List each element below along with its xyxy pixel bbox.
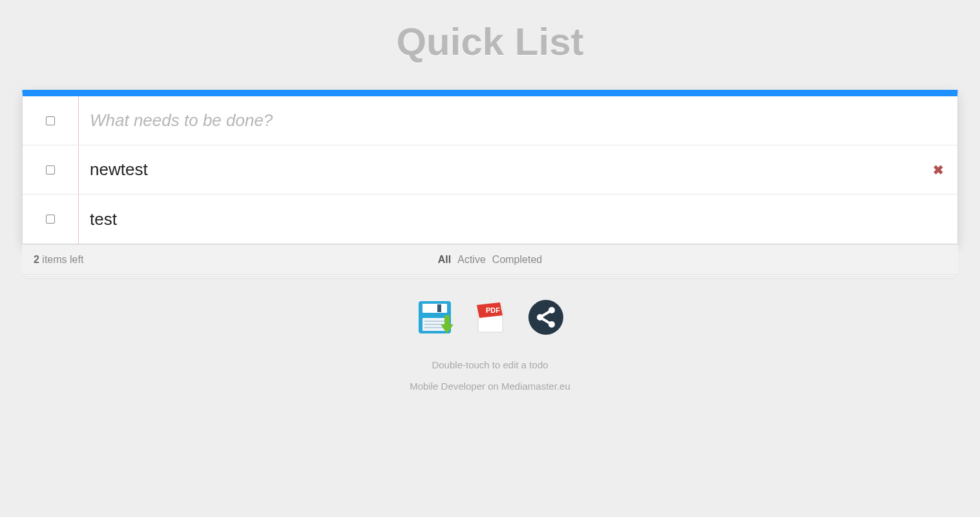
- close-icon: ✖: [933, 162, 944, 178]
- margin-ruler: [78, 195, 79, 244]
- items-left-count: 2 items left: [34, 254, 83, 266]
- items-left-number: 2: [34, 254, 39, 265]
- new-todo-input[interactable]: [78, 111, 957, 131]
- share-button[interactable]: [527, 299, 565, 336]
- todo-row: test ✖: [23, 195, 957, 244]
- toggle-all-wrap: [23, 116, 78, 125]
- export-pdf-button[interactable]: PDF: [472, 299, 509, 336]
- margin-ruler: [78, 96, 79, 145]
- todo-row: newtest ✖: [23, 145, 957, 195]
- filter-list: All Active Completed: [438, 254, 542, 266]
- delete-button[interactable]: ✖: [919, 162, 957, 178]
- toggle-wrap: [23, 215, 78, 224]
- app-title: Quick List: [0, 0, 980, 90]
- todo-card: newtest ✖ test ✖: [22, 90, 958, 244]
- toggle-all-checkbox[interactable]: [46, 116, 55, 125]
- toggle-wrap: [23, 165, 78, 174]
- todo-label[interactable]: newtest: [78, 160, 919, 180]
- filter-active[interactable]: Active: [457, 254, 486, 266]
- credit-link[interactable]: Mediamaster.eu: [501, 381, 570, 392]
- svg-rect-2: [437, 304, 441, 312]
- svg-text:PDF: PDF: [486, 306, 500, 314]
- card-footer: 2 items left All Active Completed: [22, 244, 958, 274]
- margin-ruler: [78, 145, 79, 194]
- items-left-suffix: items left: [39, 254, 83, 265]
- svg-rect-4: [424, 321, 445, 322]
- svg-point-9: [528, 300, 563, 335]
- filter-completed[interactable]: Completed: [492, 254, 542, 266]
- todo-label[interactable]: test: [78, 209, 919, 229]
- save-button[interactable]: [416, 299, 454, 336]
- svg-rect-6: [424, 327, 445, 328]
- pdf-icon: PDF: [472, 299, 509, 336]
- hint-credit-prefix: Mobile Developer on: [410, 381, 501, 392]
- filter-all[interactable]: All: [438, 254, 451, 266]
- svg-rect-1: [422, 304, 447, 313]
- share-icon: [527, 299, 565, 336]
- hint-edit: Double-touch to edit a todo: [0, 354, 980, 375]
- new-todo-row: [23, 96, 957, 145]
- todo-checkbox[interactable]: [46, 215, 55, 224]
- todo-checkbox[interactable]: [46, 165, 55, 174]
- action-bar: PDF: [0, 299, 980, 336]
- hint-credit: Mobile Developer on Mediamaster.eu: [0, 375, 980, 397]
- hints: Double-touch to edit a todo Mobile Devel…: [0, 354, 980, 397]
- floppy-save-icon: [416, 299, 454, 336]
